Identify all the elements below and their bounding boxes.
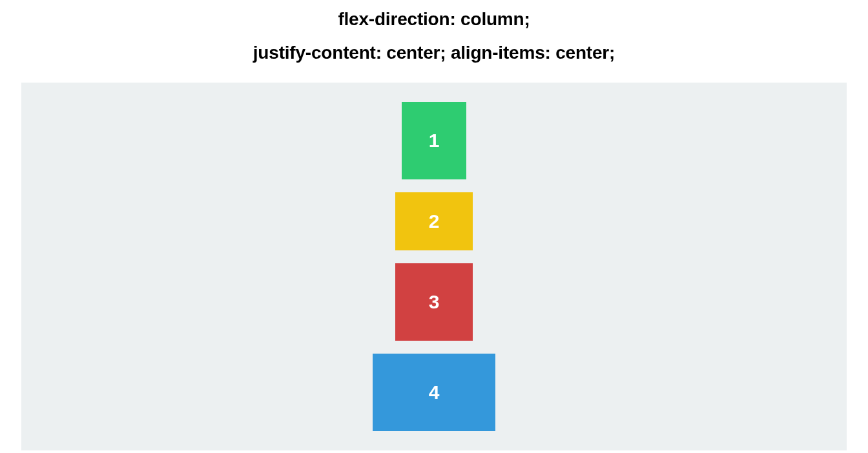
flex-item-3: 3 bbox=[395, 263, 473, 341]
heading-line-2: justify-content: center; align-items: ce… bbox=[253, 43, 615, 63]
flex-container: 1 2 3 4 bbox=[21, 83, 847, 450]
flex-item-label: 2 bbox=[429, 210, 440, 232]
flex-item-label: 4 bbox=[429, 381, 440, 403]
flex-item-label: 1 bbox=[429, 130, 440, 152]
flex-item-1: 1 bbox=[402, 102, 466, 179]
headings-block: flex-direction: column; justify-content:… bbox=[253, 0, 615, 76]
page-wrap: flex-direction: column; justify-content:… bbox=[0, 0, 868, 453]
flex-item-4: 4 bbox=[373, 354, 495, 431]
flex-item-2: 2 bbox=[395, 192, 473, 250]
flex-item-label: 3 bbox=[429, 291, 440, 313]
heading-line-1: flex-direction: column; bbox=[253, 9, 615, 30]
